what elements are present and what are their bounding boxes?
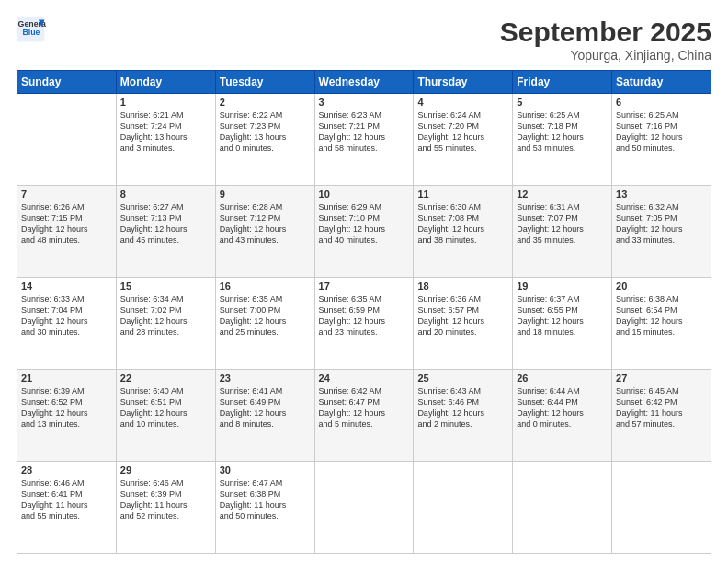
cell-info: Sunrise: 6:45 AM Sunset: 6:42 PM Dayligh… (616, 385, 707, 431)
day-number: 2 (220, 97, 311, 108)
cell-info: Sunrise: 6:24 AM Sunset: 7:20 PM Dayligh… (417, 109, 508, 155)
calendar-week-row: 21Sunrise: 6:39 AM Sunset: 6:52 PM Dayli… (17, 370, 711, 462)
day-number: 23 (220, 373, 311, 384)
day-number: 29 (120, 465, 211, 476)
header-wednesday: Wednesday (314, 71, 414, 94)
day-number: 27 (616, 373, 707, 384)
day-number: 6 (616, 97, 707, 108)
day-number: 26 (517, 373, 608, 384)
day-number: 11 (417, 189, 508, 200)
day-number: 18 (417, 281, 508, 292)
calendar-cell: 22Sunrise: 6:40 AM Sunset: 6:51 PM Dayli… (116, 370, 215, 462)
cell-info: Sunrise: 6:36 AM Sunset: 6:57 PM Dayligh… (417, 293, 508, 339)
cell-info: Sunrise: 6:25 AM Sunset: 7:18 PM Dayligh… (517, 109, 608, 155)
day-number: 14 (21, 281, 112, 292)
day-number: 25 (417, 373, 508, 384)
day-number: 1 (120, 97, 211, 108)
calendar-cell (414, 462, 513, 554)
calendar-cell: 18Sunrise: 6:36 AM Sunset: 6:57 PM Dayli… (414, 278, 513, 370)
cell-info: Sunrise: 6:35 AM Sunset: 6:59 PM Dayligh… (319, 293, 410, 339)
calendar-cell: 12Sunrise: 6:31 AM Sunset: 7:07 PM Dayli… (513, 186, 612, 278)
cell-info: Sunrise: 6:37 AM Sunset: 6:55 PM Dayligh… (517, 293, 608, 339)
calendar-table: Sunday Monday Tuesday Wednesday Thursday… (17, 70, 711, 554)
calendar-cell: 16Sunrise: 6:35 AM Sunset: 7:00 PM Dayli… (215, 278, 314, 370)
calendar-cell: 1Sunrise: 6:21 AM Sunset: 7:24 PM Daylig… (116, 94, 215, 186)
cell-info: Sunrise: 6:42 AM Sunset: 6:47 PM Dayligh… (319, 385, 410, 431)
header-saturday: Saturday (612, 71, 711, 94)
calendar-cell: 17Sunrise: 6:35 AM Sunset: 6:59 PM Dayli… (314, 278, 414, 370)
day-number: 3 (319, 97, 410, 108)
weekday-header-row: Sunday Monday Tuesday Wednesday Thursday… (17, 71, 711, 94)
day-number: 16 (220, 281, 311, 292)
day-number: 10 (319, 189, 410, 200)
cell-info: Sunrise: 6:33 AM Sunset: 7:04 PM Dayligh… (21, 293, 112, 339)
cell-info: Sunrise: 6:34 AM Sunset: 7:02 PM Dayligh… (120, 293, 211, 339)
cell-info: Sunrise: 6:21 AM Sunset: 7:24 PM Dayligh… (120, 109, 211, 155)
cell-info: Sunrise: 6:28 AM Sunset: 7:12 PM Dayligh… (220, 201, 311, 247)
calendar-cell (612, 462, 711, 554)
calendar-cell: 26Sunrise: 6:44 AM Sunset: 6:44 PM Dayli… (513, 370, 612, 462)
month-title: September 2025 (500, 17, 711, 48)
calendar-cell: 15Sunrise: 6:34 AM Sunset: 7:02 PM Dayli… (116, 278, 215, 370)
calendar-cell: 21Sunrise: 6:39 AM Sunset: 6:52 PM Dayli… (17, 370, 117, 462)
cell-info: Sunrise: 6:44 AM Sunset: 6:44 PM Dayligh… (517, 385, 608, 431)
day-number: 13 (616, 189, 707, 200)
calendar-cell: 2Sunrise: 6:22 AM Sunset: 7:23 PM Daylig… (215, 94, 314, 186)
calendar-cell: 13Sunrise: 6:32 AM Sunset: 7:05 PM Dayli… (612, 186, 711, 278)
calendar-cell: 10Sunrise: 6:29 AM Sunset: 7:10 PM Dayli… (314, 186, 414, 278)
logo-icon: General Blue (17, 17, 46, 42)
cell-info: Sunrise: 6:46 AM Sunset: 6:39 PM Dayligh… (120, 477, 211, 523)
header-friday: Friday (513, 71, 612, 94)
calendar-week-row: 28Sunrise: 6:46 AM Sunset: 6:41 PM Dayli… (17, 462, 711, 554)
cell-info: Sunrise: 6:39 AM Sunset: 6:52 PM Dayligh… (21, 385, 112, 431)
day-number: 4 (417, 97, 508, 108)
calendar-cell: 11Sunrise: 6:30 AM Sunset: 7:08 PM Dayli… (414, 186, 513, 278)
cell-info: Sunrise: 6:23 AM Sunset: 7:21 PM Dayligh… (319, 109, 410, 155)
day-number: 30 (220, 465, 311, 476)
calendar-cell: 25Sunrise: 6:43 AM Sunset: 6:46 PM Dayli… (414, 370, 513, 462)
cell-info: Sunrise: 6:30 AM Sunset: 7:08 PM Dayligh… (417, 201, 508, 247)
header-tuesday: Tuesday (215, 71, 314, 94)
day-number: 24 (319, 373, 410, 384)
title-block: September 2025 Yopurga, Xinjiang, China (500, 17, 711, 63)
day-number: 5 (517, 97, 608, 108)
cell-info: Sunrise: 6:26 AM Sunset: 7:15 PM Dayligh… (21, 201, 112, 247)
calendar-week-row: 1Sunrise: 6:21 AM Sunset: 7:24 PM Daylig… (17, 94, 711, 186)
header-thursday: Thursday (414, 71, 513, 94)
calendar-cell: 19Sunrise: 6:37 AM Sunset: 6:55 PM Dayli… (513, 278, 612, 370)
cell-info: Sunrise: 6:41 AM Sunset: 6:49 PM Dayligh… (220, 385, 311, 431)
cell-info: Sunrise: 6:32 AM Sunset: 7:05 PM Dayligh… (616, 201, 707, 247)
cell-info: Sunrise: 6:31 AM Sunset: 7:07 PM Dayligh… (517, 201, 608, 247)
calendar-cell: 5Sunrise: 6:25 AM Sunset: 7:18 PM Daylig… (513, 94, 612, 186)
day-number: 20 (616, 281, 707, 292)
day-number: 12 (517, 189, 608, 200)
cell-info: Sunrise: 6:40 AM Sunset: 6:51 PM Dayligh… (120, 385, 211, 431)
day-number: 22 (120, 373, 211, 384)
svg-text:Blue: Blue (22, 28, 40, 37)
day-number: 7 (21, 189, 112, 200)
cell-info: Sunrise: 6:35 AM Sunset: 7:00 PM Dayligh… (220, 293, 311, 339)
cell-info: Sunrise: 6:38 AM Sunset: 6:54 PM Dayligh… (616, 293, 707, 339)
day-number: 21 (21, 373, 112, 384)
cell-info: Sunrise: 6:47 AM Sunset: 6:38 PM Dayligh… (220, 477, 311, 523)
logo: General Blue (17, 17, 46, 42)
day-number: 28 (21, 465, 112, 476)
cell-info: Sunrise: 6:22 AM Sunset: 7:23 PM Dayligh… (220, 109, 311, 155)
calendar-cell: 20Sunrise: 6:38 AM Sunset: 6:54 PM Dayli… (612, 278, 711, 370)
calendar-cell (513, 462, 612, 554)
header-monday: Monday (116, 71, 215, 94)
calendar-cell: 7Sunrise: 6:26 AM Sunset: 7:15 PM Daylig… (17, 186, 117, 278)
cell-info: Sunrise: 6:43 AM Sunset: 6:46 PM Dayligh… (417, 385, 508, 431)
calendar-cell: 4Sunrise: 6:24 AM Sunset: 7:20 PM Daylig… (414, 94, 513, 186)
calendar-cell: 27Sunrise: 6:45 AM Sunset: 6:42 PM Dayli… (612, 370, 711, 462)
page: General Blue September 2025 Yopurga, Xin… (0, 0, 728, 563)
day-number: 9 (220, 189, 311, 200)
calendar-cell: 9Sunrise: 6:28 AM Sunset: 7:12 PM Daylig… (215, 186, 314, 278)
calendar-cell: 14Sunrise: 6:33 AM Sunset: 7:04 PM Dayli… (17, 278, 117, 370)
calendar-cell: 6Sunrise: 6:25 AM Sunset: 7:16 PM Daylig… (612, 94, 711, 186)
header-sunday: Sunday (17, 71, 117, 94)
day-number: 8 (120, 189, 211, 200)
location: Yopurga, Xinjiang, China (500, 48, 711, 63)
cell-info: Sunrise: 6:27 AM Sunset: 7:13 PM Dayligh… (120, 201, 211, 247)
day-number: 19 (517, 281, 608, 292)
